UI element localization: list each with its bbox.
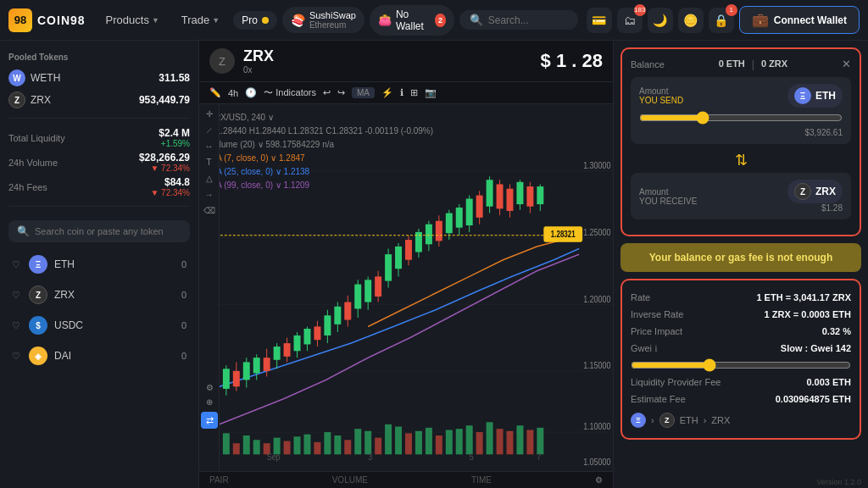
send-amount-slider[interactable] (639, 111, 843, 125)
history-icon-btn[interactable]: 🗂 183 (617, 8, 643, 33)
fees-row: 24h Fees $84.8 ▼ 72.34% (8, 175, 190, 199)
lp-fee-value: 0.003 ETH (806, 377, 851, 387)
svg-rect-94 (385, 424, 392, 454)
lp-fee-row: Liquidity Provider Fee 0.003 ETH (631, 374, 851, 391)
weth-icon: W (8, 69, 25, 86)
token-search-bar[interactable]: 🔍 (8, 220, 190, 242)
toolbar-zoom-icon[interactable]: ⊕ (206, 397, 213, 407)
toolbar-settings-icon[interactable]: ⚙ (206, 383, 214, 392)
liquidity-row: Total Liquidity $2.4 M +1.59% (8, 125, 190, 150)
svg-rect-64 (476, 196, 483, 218)
connect-wallet-button[interactable]: 💼 Connect Wallet (739, 6, 860, 34)
swap-close-icon[interactable]: ✕ (842, 58, 851, 70)
footer-settings-icon[interactable]: ⚙ (595, 475, 603, 485)
sushiswap-sub: Ethereum (309, 20, 356, 30)
weth-name: WETH (31, 72, 60, 84)
list-item-zrx[interactable]: ♡ Z ZRX 0 (8, 280, 190, 310)
sushiswap-badge[interactable]: 🍣 SushiSwap Ethereum (282, 7, 364, 33)
svg-rect-96 (405, 433, 412, 454)
svg-rect-22 (264, 358, 270, 371)
svg-rect-105 (497, 429, 504, 454)
chart-ohlc: O1.28440 H1.28440 L1.28321 C1.28321 -0.0… (209, 125, 433, 138)
nav-trade[interactable]: Trade ▼ (173, 0, 228, 41)
header-icons: 💳 🗂 183 🌙 🪙 🔒 1 (587, 8, 734, 33)
route-row: Ξ › Z ETH › ZRX (631, 408, 851, 430)
dai-favorite-icon[interactable]: ♡ (12, 351, 20, 362)
toolbar-undo-icon[interactable]: ↩ (323, 87, 331, 98)
liquidity-value: $2.4 M (159, 127, 190, 139)
toolbar-grid-icon[interactable]: ⊞ (410, 87, 418, 98)
pro-badge[interactable]: Pro (233, 11, 277, 30)
chart-price: $ 1 . 28 (541, 50, 603, 72)
toolbar-4h-btn[interactable]: 4h (228, 88, 238, 98)
svg-rect-58 (446, 214, 453, 234)
toolbar-swap-icon[interactable]: ⇄ (201, 412, 218, 429)
usdc-favorite-icon[interactable]: ♡ (12, 320, 20, 331)
zrx-favorite-icon[interactable]: ♡ (12, 290, 20, 301)
gwei-slider[interactable] (631, 358, 851, 372)
receive-currency-label: ZRX (815, 186, 836, 197)
trade-chevron-icon: ▼ (212, 16, 220, 25)
moon-icon-btn[interactable]: 🌙 (648, 8, 673, 33)
pooled-label: Pooled Tokens (8, 53, 190, 62)
gwei-label: Gwei ℹ (631, 343, 658, 353)
gwei-value: Slow : Gwei 142 (781, 343, 851, 353)
liquidity-label: Total Liquidity (8, 133, 65, 143)
toolbar-clock-icon[interactable]: 🕐 (245, 87, 257, 98)
connect-wallet-icon: 💼 (752, 12, 769, 28)
toolbar-info-icon[interactable]: ℹ (400, 87, 403, 98)
center-panel: Z ZRX 0x $ 1 . 28 ✏️ 4h 🕐 〜 Indicators ↩… (199, 41, 614, 488)
token-search-input[interactable] (35, 226, 181, 236)
coin-icon-btn[interactable]: 🪙 (678, 8, 704, 33)
svg-text:1.28321: 1.28321 (551, 230, 576, 239)
svg-rect-97 (415, 431, 422, 455)
toolbar-alert-icon[interactable]: ⚡ (381, 87, 393, 98)
sushiswap-info: SushiSwap Ethereum (309, 10, 356, 30)
app-header: 98 COIN98 Products ▼ Trade ▼ Pro 🍣 Sushi… (0, 0, 868, 41)
usdc-coin-icon: $ (29, 316, 47, 335)
send-currency-selector[interactable]: Ξ ETH (787, 84, 843, 108)
chart-ma99: MA (99, close, 0) ∨ 1.1209 (209, 180, 309, 190)
search-input[interactable] (488, 14, 556, 26)
toolbar-crosshair-icon[interactable]: ✛ (206, 109, 213, 119)
toolbar-text-icon[interactable]: T (206, 158, 211, 167)
svg-rect-56 (436, 221, 442, 241)
dai-coin-amount: 0 (181, 351, 186, 361)
receive-currency-selector[interactable]: Z ZRX (787, 180, 843, 203)
toolbar-measure-icon[interactable]: ↔ (205, 141, 214, 151)
eth-favorite-icon[interactable]: ♡ (12, 259, 20, 270)
svg-rect-109 (537, 428, 543, 454)
toolbar-trendline-icon[interactable]: ⟋ (205, 125, 214, 135)
svg-rect-87 (314, 442, 320, 454)
swap-direction-icon[interactable]: ⇅ (735, 151, 748, 169)
toolbar-camera-icon[interactable]: 📷 (425, 87, 437, 98)
list-item-usdc[interactable]: ♡ $ USDC 0 (8, 310, 190, 341)
receive-label: Amount (639, 187, 697, 197)
toolbar-pencil-icon[interactable]: ✏️ (209, 87, 221, 98)
nav-products[interactable]: Products ▼ (97, 0, 168, 41)
svg-rect-66 (487, 180, 493, 206)
lock-icon-btn[interactable]: 🔒 1 (709, 8, 734, 33)
toolbar-eraser-icon[interactable]: ⌫ (203, 206, 215, 215)
send-sub: YOU SEND (639, 96, 683, 105)
sushiswap-label: SushiSwap (309, 10, 356, 20)
volume-label: 24h Volume (8, 158, 58, 168)
toolbar-redo-icon[interactable]: ↪ (337, 87, 345, 98)
chart-volume: Volume (20) ∨ 598.17584229 n/a (209, 138, 433, 152)
nowallet-badge[interactable]: 👛 No Wallet 2 (370, 5, 454, 36)
route-from-icon: Ξ (631, 413, 646, 428)
logo: 98 COIN98 (8, 8, 86, 32)
list-item-eth[interactable]: ♡ Ξ ETH 0 (8, 249, 190, 280)
toolbar-shapes-icon[interactable]: △ (206, 174, 213, 183)
toolbar-ma-btn[interactable]: MA (352, 87, 375, 98)
impact-label: Price Impact (631, 326, 682, 336)
search-bar[interactable]: 🔍 (459, 10, 578, 30)
toolbar-arrow-icon[interactable]: → (205, 190, 214, 199)
balance-zrx: 0 ZRX (761, 58, 787, 70)
wallet-icon-btn[interactable]: 💳 (587, 8, 612, 33)
list-item-dai[interactable]: ♡ ◈ DAI 0 (8, 341, 190, 371)
chart-token-icon: Z (209, 48, 235, 74)
svg-rect-98 (426, 428, 432, 454)
svg-rect-34 (324, 315, 331, 336)
toolbar-indicators-btn[interactable]: 〜 Indicators (264, 86, 316, 99)
